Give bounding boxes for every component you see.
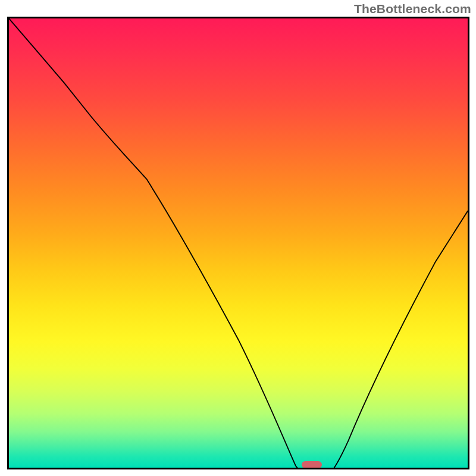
plot-area [7,17,469,469]
curve-path [9,18,468,468]
chart-frame: TheBottleneck.com [0,0,476,476]
optimal-marker-pill [302,461,322,468]
attribution-text: TheBottleneck.com [354,2,471,16]
bottleneck-curve [9,18,468,468]
plot-inner [9,18,468,468]
